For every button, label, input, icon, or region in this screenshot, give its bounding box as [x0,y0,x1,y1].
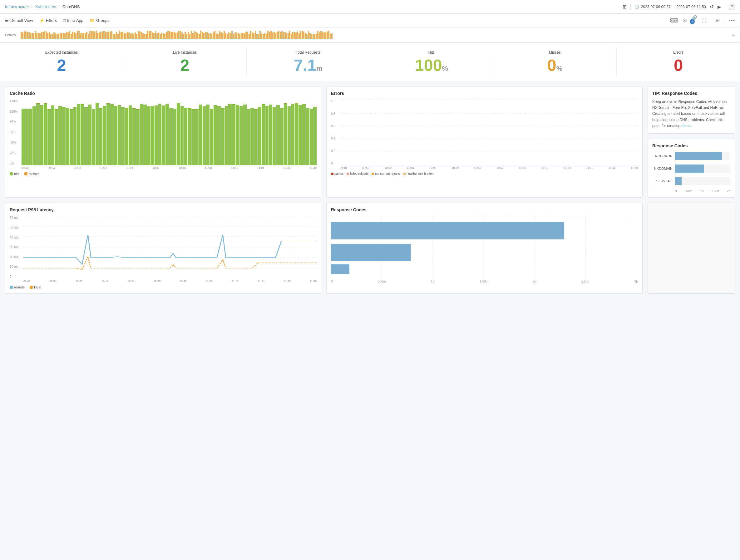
time-range[interactable]: 🕐 2023-07-06 09:37 — 2023-07-06 11:53 [635,5,706,9]
entry-bar [138,31,139,39]
split-icon[interactable]: ⊞ [716,17,720,23]
play-icon[interactable]: ▶ [718,4,721,9]
cache-bar [136,109,140,165]
p95-x-axis: 09:4209:5410:0010:1210:2410:3610:4811:00… [23,280,316,283]
live-instances-label: Live Instances [123,50,246,55]
cache-bar [221,108,224,165]
rc-label-nxdomain: NXDOMAIN [652,167,672,170]
entry-bar [75,33,77,39]
more-icon[interactable]: ••• [729,18,735,23]
entries-scrollbar[interactable]: ▶ [733,33,735,37]
cache-bar [147,106,151,165]
sep1: › [31,4,33,9]
nav-infrastructure[interactable]: Infrastructure [5,4,29,9]
cache-bar [247,109,251,165]
cache-bar [298,105,302,165]
entry-bar [85,33,86,39]
rc-row-noerror: NOERROR [652,152,730,160]
rc-bar-container-noerror [675,152,730,160]
grid-icon[interactable]: ⊞ [623,4,627,10]
cache-bar [77,104,80,165]
entry-bar [183,34,184,39]
infra-app-label: Infra App [67,18,83,23]
entry-bar [256,34,258,39]
cache-bar [265,106,269,166]
cache-bar [225,106,228,165]
nav-kubernetes[interactable]: Kubernetes [35,4,56,9]
entry-bar [328,31,330,39]
remote-dot [10,286,13,289]
entry-bar [308,31,309,39]
svg-rect-13 [331,244,411,261]
entry-bar [305,33,306,39]
entry-bar [130,33,131,39]
stat-live-instances: Live Instances 2 [123,48,247,76]
entry-bar [146,34,147,39]
entry-bar [111,31,112,39]
cache-bar [276,105,280,165]
entry-bar [203,33,204,39]
p95-title: Request P95 Latency [10,207,316,212]
resp-x-axis: 0500m1b1.50b2b2.50b3b [331,280,638,283]
entry-bar [27,32,28,39]
live-instances-value: 2 [123,57,246,73]
entry-bar [327,31,328,39]
cache-bar [203,106,206,165]
legend-failed-reloads: failed reloads [347,172,368,175]
cache-bar [295,103,298,165]
app-icon: □ [63,18,66,23]
cache-x-axis: 09:4209:5410:0010:1210:2410:3610:4811:00… [21,166,316,170]
legend-misses: misses [24,172,39,176]
entry-bar [269,32,270,39]
hits-label: Hits [370,50,493,55]
grid-line-2 [340,113,638,113]
entry-bar [322,31,323,39]
alerts-link[interactable]: alerts [681,124,690,128]
entry-bar [24,31,25,39]
entry-bar [270,31,272,39]
entry-bar [28,32,30,39]
entry-bar [319,32,320,39]
main-content: Cache Ratio 120%100%80%60%40%20%0% 09:42… [0,81,740,203]
sep2: › [59,4,60,9]
grid-line-4 [340,139,638,139]
stat-total-requests: Total Requests 7.1m [247,48,370,76]
entry-bar [274,32,275,39]
entry-bar [252,32,253,39]
toolbar-infra-app[interactable]: □ Infra App [63,18,83,23]
entry-bar [289,30,290,39]
rc-label-noerror: NOERROR [652,154,672,158]
entry-bar [141,32,142,39]
toolbar-filters[interactable]: ⚡ Filters [39,18,57,23]
entry-bar [160,34,161,39]
mail-icon[interactable]: ✉ [682,17,686,23]
entry-bar [175,33,176,39]
help-icon[interactable]: ? [729,4,735,10]
entry-bar [239,34,241,39]
cache-bar [106,103,110,165]
divider3 [711,17,711,24]
cache-bar [313,107,316,165]
entry-bar [169,31,170,39]
cache-bar [140,104,143,165]
cache-bar [251,108,254,165]
cache-bar [99,108,102,165]
hamburger-icon: ☰ [5,18,9,23]
entry-bar [94,31,95,39]
entry-bar [314,34,315,39]
keyboard-icon[interactable]: ⌨ [670,17,678,24]
refresh-icon[interactable]: ↺ [710,4,714,10]
cache-bar [302,104,306,165]
entry-bar [317,31,318,39]
cache-bar [180,106,184,165]
toolbar-default-view[interactable]: ☰ Default View [5,18,33,23]
errors-card: Errors 10.80.60.40.20 09:4009:5010:0010:… [326,86,643,198]
entry-bar [166,32,167,39]
nav-coredns: CoreDNS [63,4,80,9]
entry-bar [86,32,87,39]
expand-icon[interactable]: ⛶ [702,18,707,23]
entry-bar [136,34,137,40]
cache-bar [228,104,232,165]
toolbar-groups[interactable]: 📁 Groups [90,18,110,23]
entry-bar [122,32,123,39]
